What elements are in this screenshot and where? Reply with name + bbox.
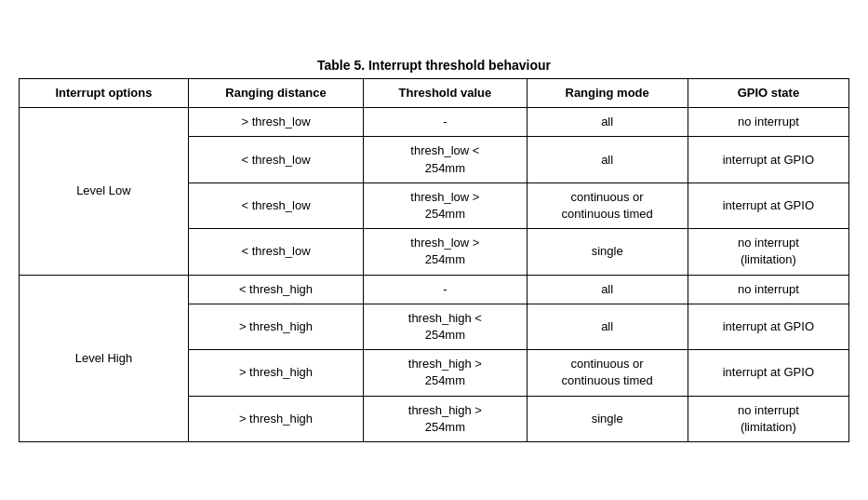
ranging-distance: > thresh_high	[188, 350, 363, 396]
ranging-mode: single	[527, 396, 688, 441]
threshold-value: thresh_low >254mm	[364, 182, 527, 228]
ranging-mode: all	[527, 137, 688, 182]
gpio-state: interrupt at GPIO	[688, 304, 848, 349]
section-label: Level High	[20, 275, 189, 441]
table-row: Level Low> thresh_low-allno interrupt	[20, 108, 849, 137]
interrupt-threshold-table: Interrupt options Ranging distance Thres…	[19, 78, 849, 442]
gpio-state: interrupt at GPIO	[688, 350, 848, 396]
header-row: Interrupt options Ranging distance Thres…	[20, 79, 849, 108]
ranging-distance: > thresh_high	[188, 304, 363, 349]
ranging-mode: continuous orcontinuous timed	[527, 350, 688, 396]
ranging-mode: all	[527, 108, 688, 137]
ranging-mode: all	[527, 275, 688, 304]
table-row: Level High< thresh_high-allno interrupt	[20, 275, 849, 304]
threshold-value: -	[364, 108, 527, 137]
table-title: Table 5. Interrupt threshold behaviour	[19, 58, 849, 73]
ranging-distance: < thresh_high	[188, 275, 363, 304]
ranging-mode: all	[527, 304, 688, 349]
threshold-value: thresh_high >254mm	[364, 396, 527, 441]
gpio-state: interrupt at GPIO	[688, 182, 848, 228]
gpio-state: no interrupt	[688, 275, 848, 304]
ranging-mode: single	[527, 229, 688, 275]
threshold-value: thresh_high >254mm	[364, 350, 527, 396]
section-label: Level Low	[20, 108, 189, 275]
gpio-state: interrupt at GPIO	[688, 137, 848, 182]
threshold-value: thresh_low >254mm	[364, 229, 527, 275]
ranging-distance: > thresh_low	[188, 108, 363, 137]
ranging-distance: < thresh_low	[188, 229, 363, 275]
gpio-state: no interrupt(limitation)	[688, 396, 848, 441]
gpio-state: no interrupt	[688, 108, 848, 137]
gpio-state: no interrupt(limitation)	[688, 229, 848, 275]
threshold-value: thresh_high <254mm	[364, 304, 527, 349]
ranging-distance: < thresh_low	[188, 137, 363, 182]
col-interrupt-options: Interrupt options	[20, 79, 189, 108]
threshold-value: -	[364, 275, 527, 304]
ranging-distance: < thresh_low	[188, 182, 363, 228]
col-ranging-distance: Ranging distance	[188, 79, 363, 108]
ranging-mode: continuous orcontinuous timed	[527, 182, 688, 228]
col-gpio-state: GPIO state	[688, 79, 848, 108]
col-ranging-mode: Ranging mode	[527, 79, 688, 108]
col-threshold-value: Threshold value	[364, 79, 527, 108]
table-container: Table 5. Interrupt threshold behaviour I…	[19, 58, 849, 442]
threshold-value: thresh_low <254mm	[364, 137, 527, 182]
ranging-distance: > thresh_high	[188, 396, 363, 441]
